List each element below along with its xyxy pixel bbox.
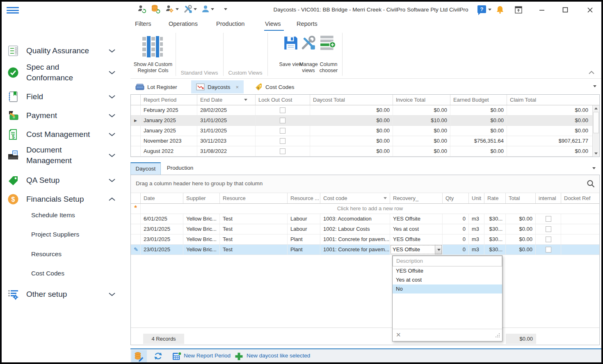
dropdown-option-yes-offsite[interactable]: YES Offsite [393,266,502,275]
vertical-scrollbar[interactable] [592,105,599,157]
sidebar-item-project-suppliers[interactable]: Project Suppliers [31,231,79,238]
sidebar-item-payment[interactable]: Payment [2,107,130,125]
col-claim-total[interactable]: Claim Total [507,95,599,105]
search-icon[interactable] [586,179,595,190]
col-daycost-total[interactable]: Daycost Total [310,95,393,105]
collapse-ribbon-icon[interactable] [588,69,595,76]
report-row-selected[interactable]: ▶ January 2025 31/01/2025 $0.00 $10.00 $… [131,116,592,126]
col-recovery[interactable]: Recovery_ [390,193,443,203]
daycost-coins-button[interactable] [131,350,147,362]
scrollbar-thumb[interactable] [593,112,599,133]
col-resource[interactable]: Resource [220,193,288,203]
report-row[interactable]: February 2025 28/02/2025 $0.00 $0.00 $0.… [131,105,592,116]
lock-out-cost-checkbox[interactable] [280,128,286,134]
col-earned-budget[interactable]: Earned Budget [450,95,507,105]
sidebar-item-quality-assurance[interactable]: Quality Assurance [2,42,130,60]
col-internal[interactable]: internal [536,193,561,203]
ribbon-tab-filters[interactable]: Filters [135,20,151,27]
hamburger-menu-icon[interactable] [7,7,19,14]
tab-lot-register[interactable]: Lot Register [130,80,182,93]
scroll-down-icon[interactable] [593,150,599,157]
sidebar-item-spec-and-conformance[interactable]: Spec and Conformance [2,61,130,84]
internal-checkbox[interactable] [546,226,551,232]
combo-dropdown-button[interactable] [435,245,442,255]
new-daycost-button[interactable] [235,352,243,362]
sidebar-item-financials-setup[interactable]: $ Financials Setup [2,190,130,208]
col-supplier[interactable]: Supplier [183,193,220,203]
chevron-down-icon[interactable] [224,8,227,10]
lock-out-cost-checkbox[interactable] [280,107,286,113]
col-cost-code[interactable]: Cost code [320,193,390,203]
tab-daycost[interactable]: Daycost [130,162,161,175]
tab-list-dropdown-icon[interactable] [593,85,596,87]
lock-out-cost-checkbox[interactable] [280,138,286,144]
internal-checkbox[interactable] [546,216,551,222]
daycost-row[interactable]: 23/01/2025 Yellow Bric... Test Plant 100… [131,234,599,245]
report-row[interactable]: November 2023 30/11/2023 $0.00 $0.00 $75… [131,136,592,146]
filter-icon[interactable] [384,197,387,199]
dropdown-option-yes-at-cost[interactable]: Yes at cost [393,275,502,284]
dropdown-option-no[interactable]: No [393,284,502,293]
col-docket-ref[interactable]: Docket Ref [561,193,599,203]
col-resource-type[interactable]: Resource ... [288,193,320,203]
sidebar-item-qa-setup[interactable]: QA Setup [2,171,130,189]
col-unit[interactable]: Unit [469,193,484,203]
user-icon[interactable] [201,5,214,14]
internal-checkbox[interactable] [546,247,551,253]
new-row-hint[interactable]: Click here to add a new row [141,204,599,214]
sidebar-item-cost-codes[interactable]: Cost Codes [31,270,64,277]
chevron-down-icon[interactable] [488,9,491,11]
daycost-row[interactable]: 23/01/2025 Yellow Bric... Test Labour 10… [131,224,599,234]
col-total[interactable]: Total [506,193,536,203]
close-tab-icon[interactable]: × [236,84,239,90]
col-rate[interactable]: Rate [484,193,506,203]
ribbon-tab-operations[interactable]: Operations [169,20,198,27]
lock-out-cost-checkbox[interactable] [280,148,286,154]
tab-production[interactable]: Production [162,162,199,175]
ribbon-tab-reports[interactable]: Reports [297,20,317,27]
new-report-period-label[interactable]: New Report Period [184,353,231,359]
new-report-period-button[interactable] [172,352,182,362]
daycost-row-selected[interactable]: ✎ 23/01/2025 Yellow Bric... Test Plant 1… [131,245,599,255]
sidebar-item-resources[interactable]: Resources [31,250,62,258]
scroll-up-icon[interactable] [593,105,599,111]
report-row[interactable]: January 2025 31/01/2025 $0.00 $0.00 $0.0… [131,126,592,136]
dock-window-icon[interactable] [514,5,523,15]
sidebar-item-schedule-items[interactable]: Schedule Items [31,212,75,219]
new-row[interactable]: * Click here to add a new row [131,204,599,214]
tab-cost-codes[interactable]: $ Cost Codes [249,80,299,93]
report-row[interactable]: August 2022 31/08/2022 $0.00 $0.00 $0.00… [131,146,592,157]
ribbon-tab-production[interactable]: Production [216,20,244,27]
col-invoice-total[interactable]: Invoice Total [393,95,450,105]
sync-user-icon[interactable] [137,5,147,14]
show-all-custom-cols-button[interactable] [142,35,163,60]
database-sync-icon[interactable] [151,5,161,14]
sidebar-item-field[interactable]: Field [2,88,130,106]
group-by-bar[interactable]: Drag a column header here to group by th… [131,175,599,193]
user-settings-icon[interactable] [165,5,179,14]
col-qty[interactable]: Qty [443,193,469,203]
sidebar-item-document-management[interactable]: Document Management [2,143,130,167]
col-lock-out-cost[interactable]: Lock Out Cost [256,95,310,105]
col-end-date[interactable]: End Date [197,95,256,105]
recovery-combo-editor[interactable]: YES Offsite [390,245,442,255]
help-icon[interactable]: ? [477,5,486,13]
column-chooser-button[interactable] [320,35,336,52]
tab-list-dropdown-icon[interactable] [592,167,596,169]
notifications-bell-icon[interactable] [495,5,505,15]
close-button[interactable] [585,5,595,15]
lock-out-cost-checkbox[interactable] [280,118,286,123]
sidebar-item-cost-management[interactable]: $ Cost Management [2,125,130,143]
tab-daycosts[interactable]: Daycosts × [191,80,244,93]
col-report-period[interactable]: Report Period [141,95,197,105]
minimize-button[interactable] [537,5,547,15]
resize-grip-icon[interactable] [495,332,500,339]
daycost-row[interactable]: 6/01/2025 Yellow Bric... Test Labour 100… [131,214,599,224]
manage-views-button[interactable] [299,35,317,52]
save-view-button[interactable] [283,35,299,52]
tools-icon[interactable] [183,5,197,14]
new-daycost-label[interactable]: New daycost like selected [247,353,310,359]
maximize-button[interactable] [560,5,570,15]
internal-checkbox[interactable] [546,237,551,242]
sidebar-item-other-setup[interactable]: Other setup [2,285,130,303]
